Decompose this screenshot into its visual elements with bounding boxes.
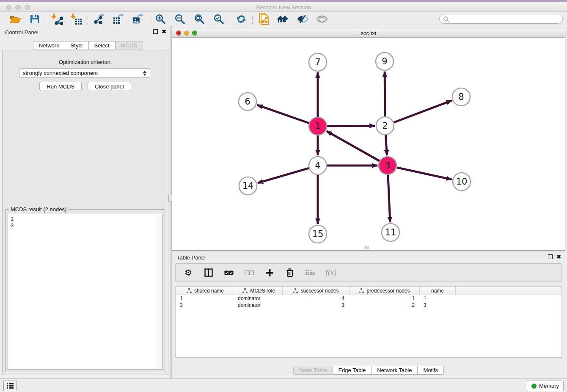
hierarchy-icon xyxy=(293,288,298,293)
tab-mcds[interactable]: MCDS xyxy=(116,41,143,50)
search-input[interactable] xyxy=(451,16,562,22)
graph-edge-4-14[interactable] xyxy=(258,168,309,183)
column-header-mcds-role[interactable]: MCDS role xyxy=(235,287,283,295)
graph-node-label-4: 4 xyxy=(315,160,320,171)
column-header-shared-name[interactable]: shared name xyxy=(176,287,235,295)
graph-node-label-8: 8 xyxy=(458,92,464,102)
search-box[interactable] xyxy=(439,14,563,24)
import-network-icon[interactable] xyxy=(51,13,63,25)
graph-node-label-1: 1 xyxy=(315,121,320,131)
first-neighbors-icon[interactable] xyxy=(277,13,289,25)
network-view-window: ✕ − + scc.txt 1234678910111415 xyxy=(172,28,565,251)
search-icon xyxy=(443,16,449,22)
table-toolbar: ⚙ xyxy=(175,263,562,282)
save-session-icon[interactable] xyxy=(29,13,41,25)
result-scrollbar[interactable] xyxy=(157,214,162,369)
deselect-all-columns-icon[interactable] xyxy=(244,268,254,278)
tab-select[interactable]: Select xyxy=(89,41,116,50)
graph-node-label-11: 11 xyxy=(385,227,396,237)
network-window-titlebar: ✕ − + scc.txt xyxy=(172,28,565,38)
graph-node-label-6: 6 xyxy=(245,97,250,107)
function-builder-icon[interactable]: f(x) xyxy=(325,268,336,278)
table-panel-title: Table Panel xyxy=(177,254,206,261)
select-all-columns-icon[interactable] xyxy=(224,268,234,278)
table-panel-tabs: Node Table Edge Table Network Table Moti… xyxy=(293,366,444,375)
column-header-name[interactable]: name xyxy=(420,287,456,295)
export-network-icon[interactable] xyxy=(93,13,105,25)
delete-column-trash-icon[interactable] xyxy=(285,268,295,278)
memory-status-dot xyxy=(531,384,537,389)
close-table-panel-icon[interactable]: ✖ xyxy=(556,254,561,259)
graph-edge-3-11[interactable] xyxy=(388,175,390,222)
criterion-select[interactable]: strongly connected component xyxy=(19,68,150,78)
mcds-panel: Optimization criterion: strongly connect… xyxy=(2,50,168,375)
network-canvas[interactable]: 1234678910111415 xyxy=(172,38,565,250)
show-all-icon[interactable] xyxy=(316,13,328,25)
export-table-icon[interactable] xyxy=(113,13,124,25)
apply-layout-icon[interactable] xyxy=(235,13,247,25)
hierarchy-icon xyxy=(242,288,248,293)
table-row[interactable]: 3 dominator 3 2 3 xyxy=(176,302,561,309)
float-panel-icon[interactable] xyxy=(153,29,158,34)
column-header-predecessor-nodes[interactable]: predecessor nodes xyxy=(350,287,420,295)
close-panel-icon[interactable]: ✖ xyxy=(162,29,166,34)
memory-label: Memory xyxy=(539,383,559,389)
control-panel: Control Panel ✖ Network Style Select MCD… xyxy=(0,26,171,378)
graph-edge-3-10[interactable] xyxy=(396,168,451,179)
control-panel-title: Control Panel xyxy=(5,29,39,36)
graph-edge-1-6[interactable] xyxy=(257,105,309,123)
main-area: Control Panel ✖ Network Style Select MCD… xyxy=(0,26,567,378)
hierarchy-icon xyxy=(187,288,192,293)
graph-node-label-2: 2 xyxy=(382,121,388,131)
column-header-successor-nodes[interactable]: successor nodes xyxy=(283,287,350,295)
task-history-button[interactable] xyxy=(3,381,17,391)
table-settings-gear-icon[interactable]: ⚙ xyxy=(183,268,193,278)
window-title: Session: New Session xyxy=(0,4,567,11)
zoom-in-icon[interactable] xyxy=(154,13,166,25)
tab-node-table[interactable]: Node Table xyxy=(293,366,333,375)
status-bar: Memory xyxy=(0,378,567,392)
task-list-icon xyxy=(6,383,14,389)
tab-motifs[interactable]: Motifs xyxy=(418,366,444,375)
table-header-row: shared name MCDS role successor nodes pr… xyxy=(176,287,561,295)
zoom-fit-icon[interactable] xyxy=(193,13,205,25)
clone-network-icon[interactable] xyxy=(258,13,270,25)
close-panel-button[interactable]: Close panel xyxy=(88,82,131,91)
graph-node-label-14: 14 xyxy=(242,181,254,191)
criterion-value: strongly connected component xyxy=(23,70,143,76)
canvas-scroll-grip[interactable] xyxy=(365,246,369,249)
zoom-selected-icon[interactable] xyxy=(213,13,225,25)
create-column-icon[interactable] xyxy=(264,268,275,278)
float-table-panel-icon[interactable] xyxy=(548,254,553,259)
table-row[interactable]: 1 dominator 4 1 1 xyxy=(176,295,561,302)
graph-node-label-10: 10 xyxy=(456,177,468,187)
main-toolbar xyxy=(0,12,567,26)
zoom-out-icon[interactable] xyxy=(174,13,186,25)
tab-style[interactable]: Style xyxy=(65,41,89,50)
mcds-result-box: MCDS result (2 nodes) 1 3 xyxy=(6,209,165,372)
tab-edge-table[interactable]: Edge Table xyxy=(333,366,372,375)
select-stepper-icon xyxy=(143,71,146,76)
mcds-result-text: 1 3 xyxy=(8,214,156,369)
delete-table-icon[interactable] xyxy=(305,268,315,278)
hide-selected-icon[interactable] xyxy=(297,13,308,25)
tab-network-table[interactable]: Network Table xyxy=(372,366,418,375)
memory-button[interactable]: Memory xyxy=(527,381,564,391)
graph-edge-2-8[interactable] xyxy=(394,100,452,122)
import-table-icon[interactable] xyxy=(71,13,83,25)
graph-edge-2-3[interactable] xyxy=(385,135,387,155)
open-file-icon[interactable] xyxy=(9,13,21,25)
graph-node-label-9: 9 xyxy=(382,56,387,66)
network-graph[interactable]: 1234678910111415 xyxy=(172,38,565,251)
run-mcds-button[interactable]: Run MCDS xyxy=(39,82,82,91)
network-window-title: scc.txt xyxy=(172,30,565,36)
table-panel: Table Panel ✖ ⚙ xyxy=(172,251,565,378)
graph-node-label-15: 15 xyxy=(312,229,324,239)
app-titlebar: Session: New Session xyxy=(0,0,567,12)
export-image-icon[interactable] xyxy=(132,13,144,25)
graph-edge-3-1[interactable] xyxy=(327,131,380,161)
graph-edge-2-9[interactable] xyxy=(385,72,385,116)
graph-edge-1-2[interactable] xyxy=(327,126,375,126)
show-columns-icon[interactable] xyxy=(204,268,214,278)
tab-network[interactable]: Network xyxy=(33,41,65,50)
